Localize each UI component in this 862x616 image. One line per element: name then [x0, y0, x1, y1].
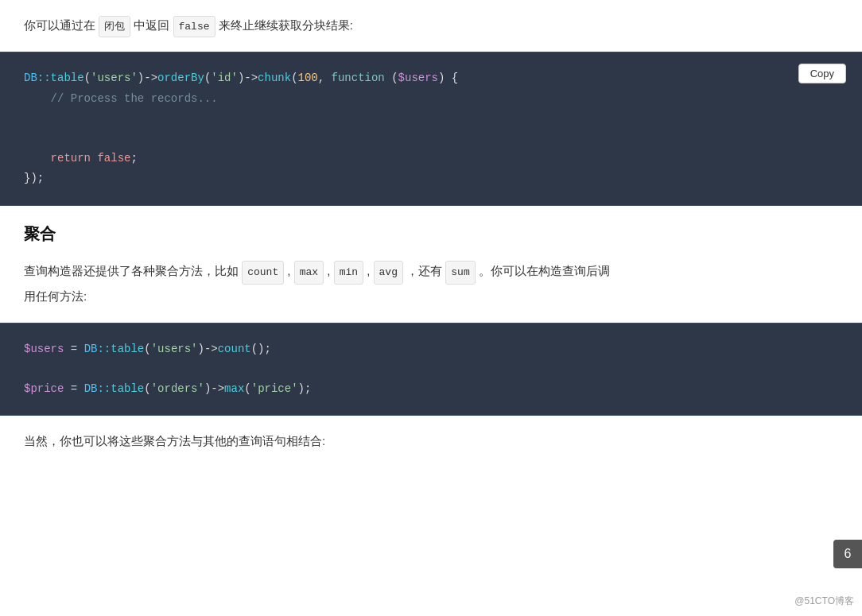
method-count: count	[242, 261, 284, 285]
sep4: ，还有	[406, 264, 445, 277]
method-sum: sum	[445, 261, 475, 285]
code-block-1: Copy DB::table('users')->orderBy('id')->…	[0, 52, 862, 205]
agg-desc-after: 。你可以在构造查询后调	[479, 264, 610, 277]
method-avg: avg	[374, 261, 403, 285]
sep1: ,	[287, 264, 293, 277]
code-block-2: $users = DB::table('users')->count(); $p…	[0, 323, 862, 416]
sep3: ,	[367, 264, 373, 277]
aggregate-heading-section: 聚合	[0, 206, 862, 253]
aggregate-title: 聚合	[24, 223, 838, 245]
agg-desc-after2: 用任何方法:	[24, 289, 87, 303]
combine-text-content: 当然，你也可以将这些聚合方法与其他的查询语句相结合:	[24, 434, 325, 447]
method-min: min	[334, 261, 363, 285]
intro-text-section: 你可以通过在 闭包 中返回 false 来终止继续获取分块结果:	[0, 0, 862, 52]
method-max: max	[294, 261, 324, 285]
copy-button-1[interactable]: Copy	[798, 64, 846, 83]
code-pre-2: $users = DB::table('users')->count(); $p…	[24, 339, 838, 400]
combine-text-section: 当然，你也可以将这些聚合方法与其他的查询语句相结合:	[0, 416, 862, 459]
closure-badge: 闭包	[99, 16, 130, 37]
sep2: ,	[327, 264, 333, 277]
code-pre-1: DB::table('users')->orderBy('id')->chunk…	[24, 68, 838, 188]
agg-desc-before: 查询构造器还提供了各种聚合方法，比如	[24, 264, 239, 277]
intro-middle: 中返回	[134, 18, 169, 32]
false-badge: false	[173, 16, 216, 37]
aggregate-desc-section: 查询构造器还提供了各种聚合方法，比如 count , max , min , a…	[0, 253, 862, 323]
intro-before: 你可以通过在	[24, 18, 95, 32]
intro-after: 来终止继续获取分块结果:	[219, 18, 353, 32]
